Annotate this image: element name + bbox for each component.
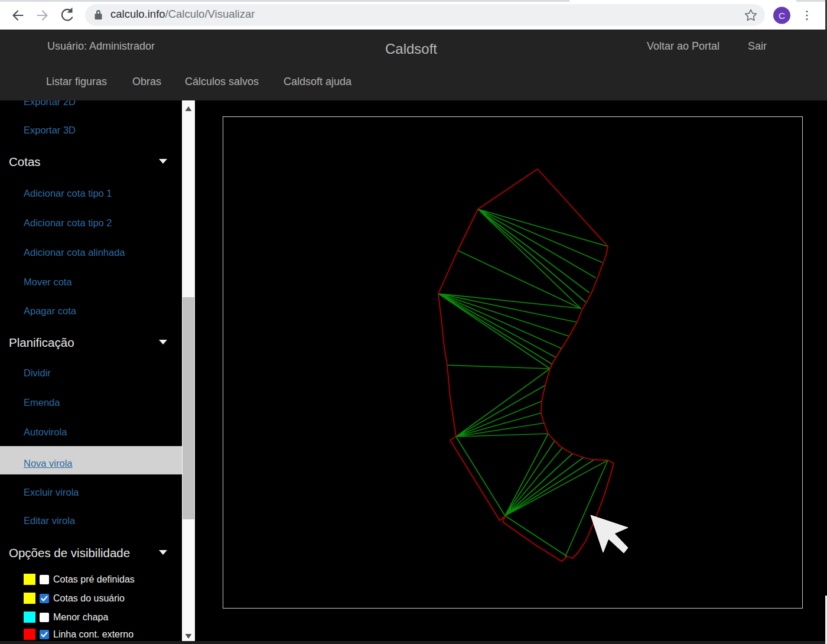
- svg-text:C: C: [779, 11, 785, 21]
